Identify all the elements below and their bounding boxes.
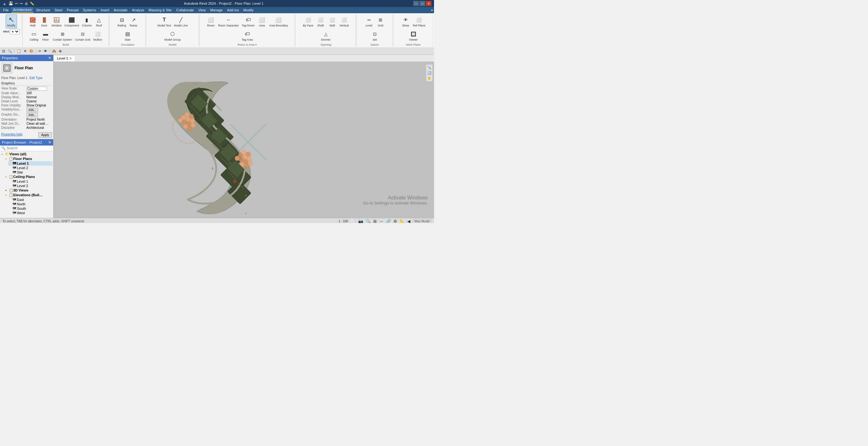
tree-level2-floor[interactable]: 🗺 Level 2 — [8, 166, 53, 170]
canvas-tab-level1[interactable]: Level 1 ✕ — [54, 55, 75, 61]
crop-icon[interactable]: 🔍 — [366, 219, 371, 223]
model-line-button[interactable]: ╱ Model Line — [173, 14, 189, 28]
apply-button[interactable]: Apply — [38, 132, 52, 138]
zoom-in-btn[interactable]: 🔍 — [7, 49, 13, 54]
menu-file[interactable]: File — [1, 7, 11, 12]
tree-3d-views[interactable]: + 📋 3D Views — [4, 188, 53, 193]
tree-elevations[interactable]: – 📋 Elevations (Building Elevati... — [4, 193, 53, 198]
area-button[interactable]: ⬜ Area — [256, 14, 268, 28]
menu-annotate[interactable]: Annotate — [112, 7, 129, 12]
reveal-btn[interactable]: 👁 — [43, 49, 48, 53]
ref-plane-button[interactable]: ⬜ Ref Plane — [412, 14, 427, 28]
nav-wheel[interactable]: 🔍 🔄 ✋ — [426, 64, 433, 82]
railing-button[interactable]: ⊟ Railing — [116, 14, 127, 28]
select-dropdown[interactable]: ▾ — [10, 29, 20, 34]
room-button[interactable]: ⬜ Room — [205, 14, 217, 28]
tree-north[interactable]: 🗺 North — [8, 202, 53, 206]
tree-floor-plans[interactable]: – 📋 Floor Plans — [4, 156, 53, 161]
viewer-button[interactable]: 🔲 Viewer — [408, 29, 419, 42]
canvas-viewport[interactable]: Activate Windows Go to Settings to activ… — [54, 62, 434, 218]
hide-btn[interactable]: 🙈 — [51, 49, 57, 54]
quick-access-save[interactable]: 💾 — [8, 1, 13, 6]
set-button[interactable]: ⊡ Set — [369, 29, 380, 42]
menu-structure[interactable]: Structure — [34, 7, 52, 12]
rendering-btn[interactable]: 🎨 — [28, 49, 35, 54]
floor-button[interactable]: ▬ Floor — [40, 29, 51, 42]
menu-collaborate[interactable]: Collaborate — [174, 7, 196, 12]
canvas-tab-close[interactable]: ✕ — [69, 57, 72, 60]
menu-manage[interactable]: Manage — [208, 7, 225, 12]
grid-icon-status[interactable]: ⊞ — [373, 219, 377, 223]
curtain-grid-button[interactable]: ⊟ Curtain Grid — [74, 29, 92, 42]
dormer-button[interactable]: △ Dormer — [320, 29, 332, 42]
tag-room-button[interactable]: 🏷 Tag Room — [241, 14, 256, 28]
vertical-button[interactable]: ⬜ Vertical — [338, 14, 350, 28]
model-group-button[interactable]: ⬡ Model Group — [163, 29, 182, 42]
settings-icon[interactable]: ⚙ — [394, 219, 397, 223]
quick-access-undo[interactable]: ↩ — [15, 2, 18, 6]
tree-east[interactable]: 🗺 East — [8, 198, 53, 202]
link-icon[interactable]: 🔗 — [386, 219, 391, 223]
tree-site-floor[interactable]: 🗺 Site — [8, 170, 53, 175]
shadows-icon[interactable]: 📷 — [358, 219, 363, 223]
window-button[interactable]: 🪟 Window — [50, 14, 63, 28]
stair-button[interactable]: ▤ Stair — [122, 29, 133, 42]
tree-level1-ceiling[interactable]: 🗺 Level 1 — [8, 179, 53, 184]
maximize-button[interactable]: □ — [420, 1, 425, 6]
menu-steel[interactable]: Steel — [53, 7, 64, 12]
display-mode-icon[interactable]: ⬜ — [350, 219, 355, 223]
visibility-edit-btn[interactable]: Edit... — [26, 108, 38, 112]
column-button[interactable]: ▮ Column — [81, 14, 93, 28]
tree-ceiling-plans[interactable]: – 📋 Ceiling Plans — [4, 175, 53, 179]
browser-search-input[interactable] — [7, 146, 52, 150]
zoom-fit-btn[interactable]: ⊡ — [1, 49, 6, 54]
canvas-area[interactable]: Level 1 ✕ — [54, 55, 434, 218]
graphic-dis-edit-btn[interactable]: Edit... — [26, 113, 38, 117]
properties-close-button[interactable]: ✕ — [48, 56, 51, 60]
menu-addins[interactable]: Add-Ins — [225, 7, 241, 12]
collapse-icon[interactable]: ◀ — [407, 219, 410, 223]
wall-button[interactable]: 🧱 Wall — [27, 14, 38, 28]
menu-modify[interactable]: Modify — [241, 7, 255, 12]
ceiling-button[interactable]: ▭ Ceiling — [28, 29, 40, 42]
shaft-button[interactable]: ⬜ Shaft — [315, 14, 327, 28]
by-face-button[interactable]: ⬜ By Face — [302, 14, 315, 28]
shadows-btn[interactable]: ☀ — [23, 49, 28, 54]
measure-icon[interactable]: 📐 — [400, 219, 405, 223]
menu-massing[interactable]: Massing & Site — [147, 7, 174, 12]
modify-button[interactable]: ↖ Modify — [6, 14, 17, 28]
quick-access-measure[interactable]: 📏 — [30, 2, 34, 6]
ramp-button[interactable]: ↗ Ramp — [128, 14, 139, 28]
align-icon[interactable]: ↔ — [379, 219, 383, 223]
quick-access-print[interactable]: 🖨 — [25, 2, 28, 5]
tree-west[interactable]: 🗺 West — [8, 211, 53, 215]
room-separator-button[interactable]: ╌ Room Separator — [217, 14, 240, 28]
menu-insert[interactable]: Insert — [99, 7, 112, 12]
mullion-button[interactable]: ⬜ Mullion — [92, 29, 103, 42]
edit-type-link[interactable]: Edit Type — [29, 76, 42, 80]
isolate-btn[interactable]: ⊚ — [58, 49, 63, 54]
ribbon-toggle[interactable]: ▾ — [431, 8, 433, 12]
browser-close-button[interactable]: ✕ — [48, 140, 51, 145]
menu-view[interactable]: View — [196, 7, 208, 12]
properties-help-link[interactable]: Properties help — [1, 132, 22, 136]
nav-wheel-pan[interactable]: ✋ — [427, 76, 432, 81]
tag-area-button[interactable]: 🏷 Tag Area — [241, 29, 254, 42]
thin-lines-btn[interactable]: 📋 — [16, 49, 22, 54]
quick-access-redo[interactable]: ↪ — [20, 2, 23, 6]
door-button[interactable]: 🚪 Door — [39, 14, 50, 28]
crop-btn[interactable]: ✂ — [37, 49, 42, 54]
menu-analyze[interactable]: Analyze — [130, 7, 146, 12]
tree-south[interactable]: 🗺 South — [8, 206, 53, 211]
tree-views-all[interactable]: – 📁 Views (all) — [1, 152, 53, 156]
tree-level2-ceiling[interactable]: 🗺 Level 2 — [8, 184, 53, 188]
area-boundary-button[interactable]: ⬜ Area Boundary — [268, 14, 289, 28]
curtain-system-button[interactable]: ⊞ Curtain System — [52, 29, 74, 42]
view-scale-input[interactable] — [26, 87, 47, 91]
opening-wall-button[interactable]: ⬜ Wall — [327, 14, 338, 28]
menu-precast[interactable]: Precast — [65, 7, 80, 12]
minimize-button[interactable]: ─ — [413, 1, 419, 6]
close-button[interactable]: ✕ — [426, 1, 432, 6]
nav-wheel-orbit[interactable]: 🔄 — [427, 70, 432, 75]
menu-systems[interactable]: Systems — [81, 7, 98, 12]
